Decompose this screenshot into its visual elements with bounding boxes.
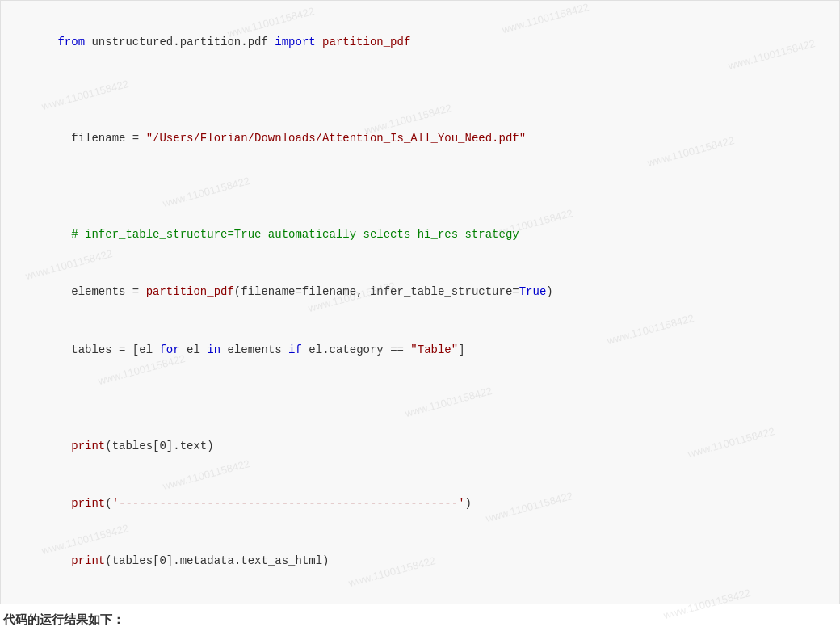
- code-line-blank1: [17, 71, 823, 90]
- code-line-blank5: [17, 379, 823, 398]
- keyword-import: import: [275, 36, 315, 48]
- string-table: "Table": [410, 343, 458, 356]
- code-line-print3: print(tables[0].metadata.text_as_html): [17, 533, 823, 591]
- func-partition-pdf: partition_pdf: [146, 285, 234, 298]
- keyword-if: if: [288, 343, 302, 356]
- code-line-tables: tables = [el for el in elements if el.ca…: [17, 322, 823, 379]
- keyword-true: True: [519, 285, 547, 298]
- comment-text: # infer_table_structure=True automatical…: [57, 228, 519, 241]
- keyword-from: from: [57, 36, 85, 48]
- code-line-1: from unstructured.partition.pdf import p…: [17, 14, 823, 71]
- code-line-elements: elements = partition_pdf(filename=filena…: [17, 263, 823, 321]
- code-line-blank2: [17, 90, 823, 110]
- string-sep: '---------------------------------------…: [112, 497, 465, 510]
- result-label-text: 代码的运行结果如下：: [3, 612, 124, 626]
- string-filename: "/Users/Florian/Downloads/Attention_Is_A…: [146, 132, 526, 145]
- keyword-print1: print: [71, 440, 105, 452]
- func-name: partition_pdf: [322, 36, 410, 48]
- code-line-print1: print(tables[0].text): [17, 418, 823, 475]
- code-line-filename: filename = "/Users/Florian/Downloads/Att…: [17, 110, 823, 167]
- code-line-blank4: [17, 187, 823, 206]
- code-block: from unstructured.partition.pdf import p…: [0, 0, 840, 604]
- keyword-print3: print: [71, 554, 105, 567]
- keyword-print2: print: [71, 497, 105, 510]
- result-label: 代码的运行结果如下：: [0, 604, 840, 627]
- code-line-blank6: [17, 398, 823, 418]
- code-line-comment: # infer_table_structure=True automatical…: [17, 206, 823, 263]
- code-line-blank3: [17, 167, 823, 187]
- code-line-print2: print('---------------------------------…: [17, 475, 823, 532]
- keyword-for: for: [159, 343, 179, 356]
- keyword-in: in: [207, 343, 220, 356]
